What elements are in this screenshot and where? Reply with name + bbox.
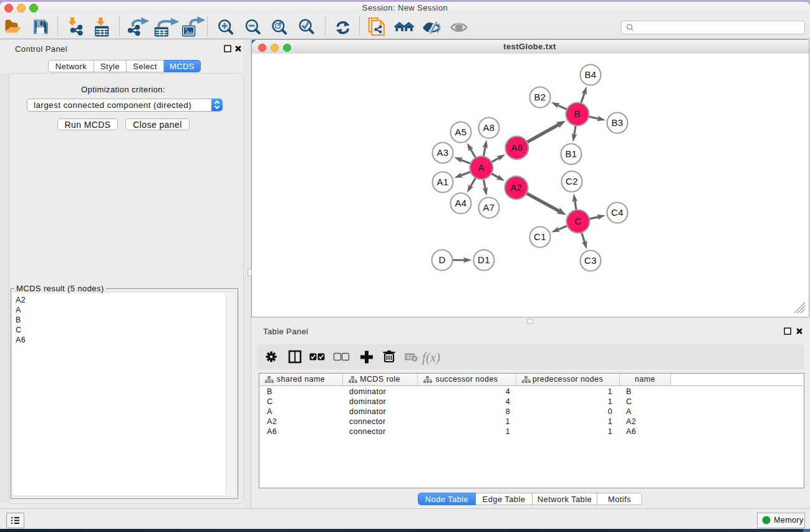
svg-text:f(x): f(x) (422, 351, 440, 365)
